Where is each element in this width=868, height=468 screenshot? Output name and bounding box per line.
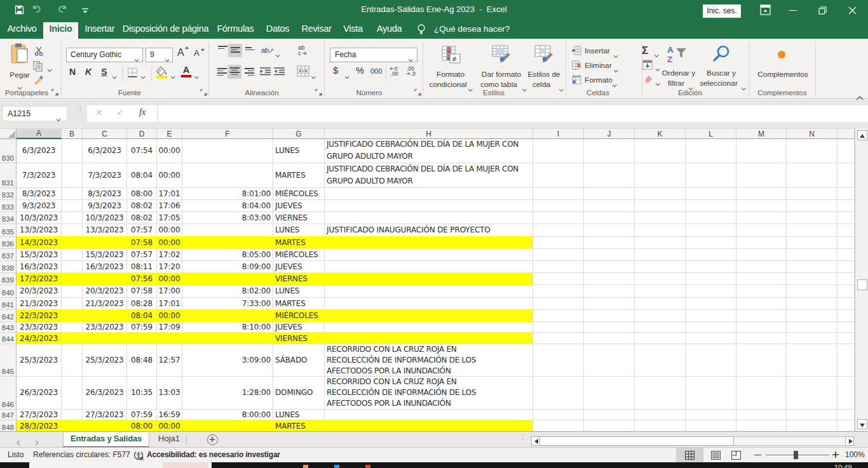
- cell-partial-842[interactable]: [837, 310, 855, 322]
- cell-C846[interactable]: 26/3/2023: [83, 377, 127, 409]
- cell-H836[interactable]: [325, 237, 533, 249]
- cell-J834[interactable]: [584, 212, 635, 224]
- cell-F832[interactable]: 8:01:00: [182, 188, 273, 200]
- decrease-indent-icon[interactable]: [260, 67, 271, 79]
- cell-B839[interactable]: [62, 273, 83, 285]
- cell-I843[interactable]: [533, 322, 584, 333]
- cell-J833[interactable]: [584, 200, 635, 212]
- cell-N841[interactable]: [787, 298, 837, 310]
- vertical-scroll-thumb[interactable]: [857, 279, 867, 290]
- cell-M833[interactable]: [736, 200, 787, 212]
- cell-G848[interactable]: MARTES: [273, 420, 325, 431]
- cell-A845[interactable]: 25/3/2023: [17, 344, 62, 377]
- cell-M846[interactable]: [736, 377, 787, 409]
- cell-L845[interactable]: [686, 344, 736, 377]
- cell-K832[interactable]: [635, 188, 686, 200]
- row-header-830[interactable]: 830: [0, 139, 17, 164]
- cell-partial-846[interactable]: [837, 377, 855, 409]
- cell-E840[interactable]: 17:00: [157, 285, 182, 297]
- cell-K836[interactable]: [635, 237, 686, 249]
- cell-K839[interactable]: [635, 273, 686, 285]
- cell-L834[interactable]: [686, 212, 736, 224]
- insert-cells-button[interactable]: Insertar: [585, 46, 610, 55]
- cell-K847[interactable]: [635, 410, 686, 420]
- cell-M845[interactable]: [736, 344, 787, 377]
- cell-H848[interactable]: [325, 420, 533, 431]
- cell-A846[interactable]: 26/3/2023: [17, 377, 62, 409]
- tab-formulas[interactable]: Fórmulas: [217, 19, 254, 39]
- cell-I846[interactable]: [533, 377, 584, 409]
- horizontal-scroll-thumb[interactable]: [539, 436, 734, 446]
- cell-J847[interactable]: [584, 410, 635, 420]
- cell-C842[interactable]: [83, 310, 127, 322]
- cell-M831[interactable]: [736, 163, 787, 188]
- row-header-837[interactable]: 837: [0, 249, 17, 261]
- cell-N844[interactable]: [787, 333, 837, 344]
- borders-caret-icon[interactable]: [141, 70, 145, 82]
- cell-A836[interactable]: 14/3/2023: [17, 237, 62, 249]
- sort-filter-button[interactable]: AZ Ordenar y filtrar: [662, 41, 695, 93]
- cell-L832[interactable]: [686, 188, 736, 200]
- cell-K841[interactable]: [635, 298, 686, 310]
- cell-F833[interactable]: 8:04:00: [182, 200, 273, 212]
- underline-button[interactable]: S: [99, 67, 109, 77]
- cell-N838[interactable]: [787, 261, 837, 273]
- cancel-icon[interactable]: ✕: [95, 107, 103, 117]
- zoom-level[interactable]: 100%: [845, 448, 865, 463]
- view-normal-button[interactable]: [676, 448, 703, 462]
- sign-in-button[interactable]: Inic. ses.: [703, 4, 741, 18]
- cell-A842[interactable]: 22/3/2023: [17, 310, 62, 322]
- cell-N843[interactable]: [787, 322, 837, 333]
- cell-K838[interactable]: [635, 261, 686, 273]
- wrap-text-icon[interactable]: abc: [297, 44, 310, 59]
- scroll-left-button[interactable]: [531, 436, 540, 446]
- cell-G834[interactable]: VIERNES: [273, 212, 325, 224]
- column-header-partial[interactable]: [837, 128, 855, 139]
- cell-E843[interactable]: 17:09: [157, 322, 182, 333]
- cell-D838[interactable]: 08:11: [127, 261, 157, 273]
- cell-M848[interactable]: [736, 420, 787, 431]
- cell-H847[interactable]: [325, 410, 533, 420]
- cell-E834[interactable]: 17:05: [157, 212, 182, 224]
- row-header-844[interactable]: 844: [0, 333, 17, 344]
- font-color-icon[interactable]: A: [180, 65, 192, 75]
- cell-E832[interactable]: 17:01: [157, 188, 182, 200]
- row-header-832[interactable]: 832: [0, 188, 17, 200]
- cell-L838[interactable]: [686, 261, 736, 273]
- cell-H846[interactable]: RECORRIDO CON LA CRUZ ROJA EN RECOLECCIÓ…: [325, 377, 533, 409]
- cell-J841[interactable]: [584, 298, 635, 310]
- select-all-corner[interactable]: [0, 128, 17, 139]
- cell-C835[interactable]: 13/3/2023: [83, 224, 127, 236]
- row-header-843[interactable]: 843: [0, 322, 17, 333]
- cell-A839[interactable]: 17/3/2023: [17, 273, 62, 285]
- fuente-dialog-launcher-icon[interactable]: [200, 89, 207, 96]
- cell-partial-832[interactable]: [837, 188, 855, 200]
- column-header-N[interactable]: N: [787, 128, 837, 139]
- cell-E848[interactable]: 00:00: [157, 420, 182, 431]
- format-cells-caret-icon[interactable]: [613, 79, 616, 90]
- cell-E846[interactable]: 13:03: [157, 377, 182, 409]
- cell-C848[interactable]: [83, 420, 127, 431]
- cell-D832[interactable]: 08:00: [127, 188, 157, 200]
- format-as-table-button[interactable]: Dar formato como tabla: [475, 42, 527, 93]
- cell-L846[interactable]: [686, 377, 736, 409]
- cell-F848[interactable]: [182, 420, 273, 431]
- cell-B833[interactable]: [62, 200, 83, 212]
- cell-A844[interactable]: 24/3/2023: [17, 333, 62, 344]
- cell-L841[interactable]: [686, 298, 736, 310]
- cell-M842[interactable]: [736, 310, 787, 322]
- cell-F834[interactable]: 8:03:00: [182, 212, 273, 224]
- cell-I840[interactable]: [533, 285, 584, 297]
- cell-H845[interactable]: RECORRIDO CON LA CRUZ ROJA EN RECOLECCIÓ…: [325, 344, 533, 377]
- cell-L848[interactable]: [686, 420, 736, 431]
- cell-J831[interactable]: [584, 163, 635, 188]
- insert-function-icon[interactable]: fx: [139, 107, 146, 117]
- cell-A833[interactable]: 9/3/2023: [17, 200, 62, 212]
- cell-I831[interactable]: [533, 163, 584, 188]
- cell-B842[interactable]: [62, 310, 83, 322]
- sheet-tab-hoja1[interactable]: Hoja1: [151, 434, 187, 443]
- cell-K834[interactable]: [635, 212, 686, 224]
- row-header-834[interactable]: 834: [0, 212, 17, 224]
- cell-partial-836[interactable]: [837, 237, 855, 249]
- cell-B844[interactable]: [62, 333, 83, 344]
